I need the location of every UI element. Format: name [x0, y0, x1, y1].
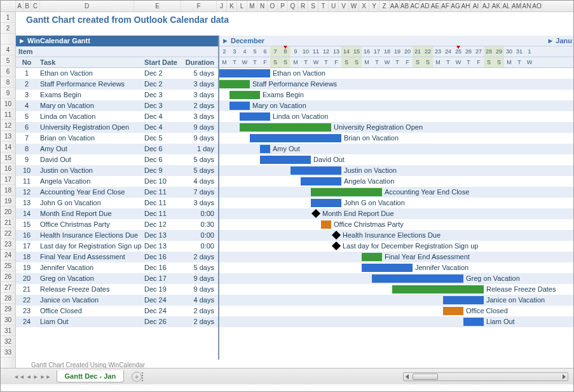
gantt-bar-row: Month End Report Due	[219, 208, 573, 219]
bar-label: Health Insurance Elections Due	[343, 230, 441, 241]
gantt-bar-row: Jennifer Vacation	[219, 262, 573, 273]
bar-label: David Out	[313, 154, 345, 165]
bar-label: Greg on Vacation	[466, 273, 520, 284]
gantt-bar-row: Mary on Vacation	[219, 100, 573, 111]
gantt-task-list: ► WinCalendar Gantt Item No Task Start D…	[16, 36, 219, 360]
task-row[interactable]: 10Justin on VactionDec 95 days	[16, 165, 218, 176]
bar-label: Release Freeze Dates	[486, 284, 556, 295]
gantt-bar-row: University Registration Open	[219, 122, 573, 133]
gantt-bar-row: Office Closed	[219, 306, 573, 316]
tab-last-icon[interactable]: ►►	[40, 374, 51, 380]
bar-label: Final Year End Assessment	[385, 252, 470, 262]
bar-label: Angela Vacation	[344, 176, 394, 187]
gantt-bar-row: Justin on Vaction	[219, 165, 573, 176]
bar-label: Ethan on Vaction	[273, 68, 325, 79]
task-row[interactable]: 22Janice on VacationDec 244 days	[16, 295, 218, 306]
task-row[interactable]: 15Office Christmas PartyDec 120:30	[16, 219, 218, 230]
task-row[interactable]: 11Angela VacationDec 104 days	[16, 176, 218, 187]
column-headers[interactable]: ABCDEFJKLMNOPQRSTUVWXYZAAABACADAEAFAGAHA…	[1, 1, 573, 12]
gantt-bar-row: Office Christmas Party	[219, 219, 573, 230]
task-row[interactable]: 19Jennifer VacationDec 165 days	[16, 262, 218, 273]
tab-nav-buttons[interactable]: ◄◄ ◄ ► ►►	[13, 374, 51, 380]
gantt-bar-row: Accounting Year End Close	[219, 187, 573, 198]
row-headers[interactable]: 1245689101112131415161718192021222324252…	[1, 12, 16, 368]
gantt-bar-row: Exams Begin	[219, 90, 573, 100]
bar-label: John G on Vacation	[344, 198, 405, 208]
gantt-chart: ► WinCalendar Gantt Item No Task Start D…	[16, 36, 573, 360]
tab-prev-icon[interactable]: ◄	[26, 374, 32, 380]
task-row[interactable]: 17Last day for Registration Sign upDec 1…	[16, 241, 218, 252]
gantt-bar	[240, 112, 270, 121]
bar-label: University Registration Open	[334, 122, 423, 133]
bar-label: Exams Begin	[263, 90, 304, 100]
task-row[interactable]: 21Release Freeze DatesDec 199 days	[16, 284, 218, 295]
milestone-icon	[332, 241, 341, 250]
gantt-bar-row: Linda on Vacation	[219, 111, 573, 122]
gantt-bar-row: David Out	[219, 154, 573, 165]
gantt-bar-row: Staff Performance Reviews	[219, 79, 573, 90]
gantt-bar-row: Release Freeze Dates	[219, 284, 573, 295]
gantt-bar	[301, 177, 341, 186]
task-row[interactable]: 7Brian on VacationDec 59 days	[16, 133, 218, 144]
col-task: Task	[38, 57, 144, 67]
task-row[interactable]: 20Greg on VacationDec 179 days	[16, 273, 218, 284]
sheet-tab-bar: ◄◄ ◄ ► ►► Gantt Dec - Jan +	[1, 368, 573, 384]
task-row[interactable]: 6University Registration OpenDec 49 days	[16, 122, 218, 133]
gantt-bar	[219, 69, 270, 78]
gantt-bar	[260, 145, 270, 153]
gantt-bar-row: Amy Out	[219, 144, 573, 154]
add-sheet-button[interactable]: +	[132, 372, 142, 382]
sheet-tab[interactable]: Gantt Dec - Jan	[57, 370, 125, 382]
task-row[interactable]: 2Staff Performance ReviewsDec 23 days	[16, 79, 218, 90]
task-row[interactable]: 4Mary on VacationDec 32 days	[16, 100, 218, 111]
gantt-bar	[443, 307, 463, 315]
task-row[interactable]: 18Final Year End AssessmentDec 162 days	[16, 252, 218, 262]
gantt-bar	[229, 102, 250, 110]
gantt-bar-row: Brian on Vacation	[219, 133, 573, 144]
gantt-bar	[240, 123, 331, 132]
task-row[interactable]: 24Liam OutDec 262 days	[16, 316, 218, 327]
horizontal-scrollbar[interactable]	[403, 372, 568, 381]
task-row[interactable]: 8Amy OutDec 61 day	[16, 144, 218, 154]
task-row[interactable]: 13John G on VacationDec 113 days	[16, 198, 218, 208]
tab-next-icon[interactable]: ►	[33, 374, 39, 380]
col-start: Start Date	[144, 57, 182, 67]
gantt-list-title: ► WinCalendar Gantt	[16, 36, 218, 46]
bar-label: Jennifer Vacation	[415, 262, 468, 273]
col-no: No	[16, 57, 38, 67]
gantt-bar-row: Health Insurance Elections Due	[219, 230, 573, 241]
month-jan: ► Janu	[547, 36, 573, 46]
gantt-bar	[311, 199, 341, 207]
bar-label: Month End Report Due	[322, 208, 394, 219]
gantt-bar-row: Final Year End Assessment	[219, 252, 573, 262]
task-row[interactable]: 5Linda on VacationDec 43 days	[16, 111, 218, 122]
task-row[interactable]: 9David OutDec 65 days	[16, 154, 218, 165]
task-row[interactable]: 16Health Insurance Elections DueDec 130:…	[16, 230, 218, 241]
task-row[interactable]: 14Month End Report DueDec 110:00	[16, 208, 218, 219]
gantt-bar	[463, 318, 484, 326]
tab-first-icon[interactable]: ◄◄	[13, 374, 25, 380]
gantt-bar	[311, 188, 382, 196]
gantt-bar	[392, 285, 484, 294]
task-row[interactable]: 12Accounting Year End CloseDec 117 days	[16, 187, 218, 198]
bar-label: Accounting Year End Close	[385, 187, 469, 198]
gantt-bar-row: Janice on Vacation	[219, 295, 573, 306]
gantt-bar-row: Ethan on Vaction	[219, 68, 573, 79]
spreadsheet-content[interactable]: Gantt Chart created from Outlook Calenda…	[16, 12, 573, 368]
bar-label: Brian on Vacation	[344, 133, 399, 144]
gantt-bar-row: John G on Vacation	[219, 198, 573, 208]
gantt-bar-row: Liam Out	[219, 316, 573, 327]
task-row[interactable]: 1Ethan on VactionDec 25 days	[16, 68, 218, 79]
scrollbar-thumb[interactable]	[413, 374, 438, 380]
task-row[interactable]: 3Exams BeginDec 33 days	[16, 90, 218, 100]
task-row[interactable]: 23Office ClosedDec 242 days	[16, 306, 218, 316]
bar-label: Janice on Vacation	[486, 295, 545, 306]
gantt-bar	[229, 91, 260, 99]
milestone-icon	[332, 231, 341, 240]
page-title: Gantt Chart created from Outlook Calenda…	[16, 12, 573, 28]
bar-label: Linda on Vacation	[273, 111, 328, 122]
footer-note: Gantt Chart Created Using WinCalendar	[16, 360, 573, 368]
tab-split-handle[interactable]	[142, 372, 144, 381]
gantt-bar	[321, 220, 331, 229]
gantt-bar	[372, 274, 463, 283]
